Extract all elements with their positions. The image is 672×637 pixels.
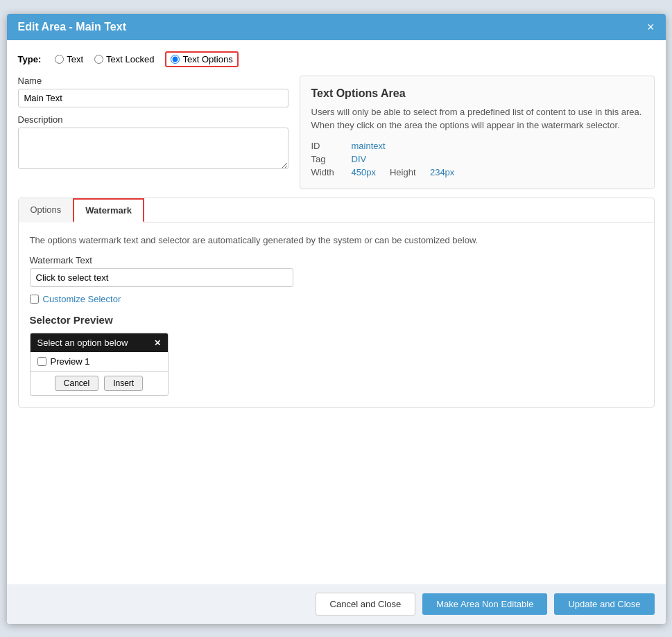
preview-label: Preview 1 — [51, 356, 90, 367]
non-editable-button[interactable]: Make Area Non Editable — [422, 593, 547, 615]
tab-watermark[interactable]: Watermark — [73, 198, 144, 222]
info-panel-description: Users will only be able to select from a… — [311, 105, 643, 132]
id-value: maintext — [352, 141, 386, 151]
tabs-container: Options Watermark The options watermark … — [18, 198, 655, 408]
selector-header-text: Select an option below — [37, 338, 128, 348]
selector-preview-title: Selector Preview — [30, 314, 643, 326]
customize-row: Customize Selector — [30, 294, 643, 304]
info-panel-title: Text Options Area — [311, 87, 643, 100]
radio-text-label: Text — [67, 54, 83, 64]
selector-footer: Cancel Insert — [31, 371, 168, 395]
dialog-footer: Cancel and Close Make Area Non Editable … — [7, 584, 666, 624]
left-panel: Name Description — [18, 76, 288, 169]
description-group: Description — [18, 114, 288, 169]
name-group: Name — [18, 76, 288, 107]
watermark-text-input[interactable] — [30, 268, 293, 287]
selector-cancel-button[interactable]: Cancel — [55, 376, 98, 391]
customize-label[interactable]: Customize Selector — [43, 294, 121, 304]
dialog-header: Edit Area - Main Text × — [7, 14, 666, 40]
selector-close-icon[interactable]: ✕ — [154, 338, 161, 348]
edit-area-dialog: Edit Area - Main Text × Type: Text Text … — [7, 14, 666, 624]
height-key: Height — [390, 167, 424, 177]
main-content: Name Description Text Options Area Users… — [18, 76, 655, 189]
description-label: Description — [18, 114, 288, 125]
name-input[interactable] — [18, 89, 288, 107]
radio-options-label: Text Options — [182, 54, 232, 64]
tab-options[interactable]: Options — [19, 198, 74, 222]
width-key: Width — [311, 167, 346, 177]
dialog-body: Type: Text Text Locked Text Options Name — [7, 40, 666, 584]
update-close-button[interactable]: Update and Close — [554, 593, 654, 615]
dialog-title: Edit Area - Main Text — [18, 21, 126, 33]
name-label: Name — [18, 76, 288, 86]
tab-watermark-content: The options watermark text and selector … — [19, 222, 654, 408]
selector-item: Preview 1 — [31, 352, 168, 371]
radio-locked-input[interactable] — [94, 55, 103, 64]
selector-preview-box: Select an option below ✕ Preview 1 Cance… — [30, 333, 169, 396]
watermark-info-text: The options watermark text and selector … — [30, 234, 643, 247]
type-row: Type: Text Text Locked Text Options — [18, 51, 655, 67]
preview-checkbox[interactable] — [37, 357, 46, 366]
type-label: Type: — [18, 54, 42, 64]
radio-text-input[interactable] — [55, 55, 64, 64]
watermark-text-label: Watermark Text — [30, 255, 643, 265]
right-panel: Text Options Area Users will only be abl… — [300, 76, 655, 189]
id-row: ID maintext — [311, 141, 643, 151]
tabs-header: Options Watermark — [19, 198, 654, 222]
selector-insert-button[interactable]: Insert — [104, 376, 143, 391]
selector-header: Select an option below ✕ — [31, 333, 168, 352]
description-textarea[interactable] — [18, 128, 288, 169]
radio-text[interactable]: Text — [55, 54, 83, 64]
height-value: 234px — [430, 167, 454, 177]
width-value: 450px — [352, 167, 376, 177]
id-key: ID — [311, 141, 346, 151]
tag-row: Tag DIV — [311, 154, 643, 164]
dimensions-row: Width 450px Height 234px — [311, 167, 643, 177]
radio-locked-label: Text Locked — [106, 54, 154, 64]
customize-checkbox[interactable] — [30, 295, 39, 304]
close-dialog-button[interactable]: × — [647, 21, 655, 33]
radio-locked[interactable]: Text Locked — [94, 54, 154, 64]
cancel-close-button[interactable]: Cancel and Close — [316, 593, 416, 616]
radio-options[interactable]: Text Options — [165, 51, 238, 67]
tag-key: Tag — [311, 154, 346, 164]
radio-options-input[interactable] — [171, 55, 180, 64]
tag-value: DIV — [352, 154, 367, 164]
